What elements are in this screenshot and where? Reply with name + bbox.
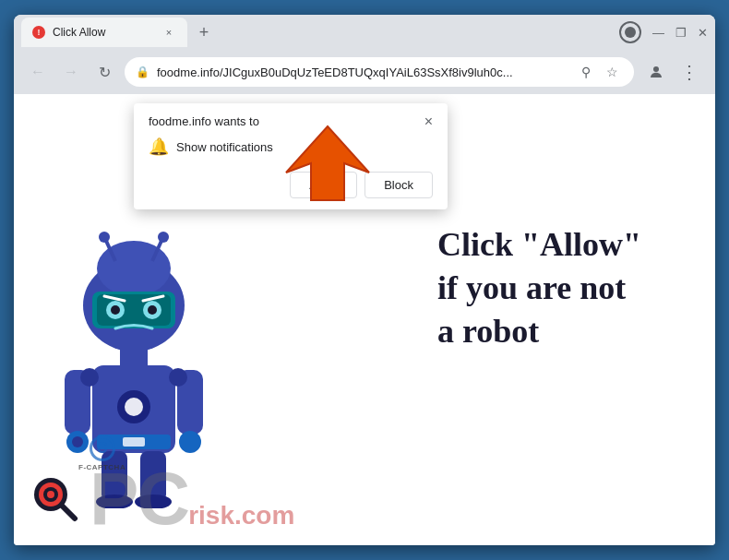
browser-window: ! Click Allow × + — ❐ ✕ ← → ↻ 🔒 foodme.i… [14, 15, 715, 545]
popup-close-button[interactable]: × [424, 114, 433, 129]
close-button[interactable]: ✕ [698, 26, 708, 40]
pcrisk-pc-text: PC [90, 462, 188, 536]
bookmark-icon[interactable]: ☆ [601, 61, 623, 83]
main-text-line2: if you are not [437, 267, 641, 310]
search-icon[interactable]: ⚲ [575, 61, 597, 83]
chrome-profile-icon [619, 21, 641, 43]
forward-button[interactable]: → [58, 59, 84, 85]
pcrisk-watermark: PC risk.com [14, 462, 715, 536]
minimize-button[interactable]: — [652, 26, 664, 40]
svg-point-15 [125, 398, 143, 416]
block-button[interactable]: Block [364, 172, 433, 198]
main-text: Click "Allow" if you are not a robot [437, 223, 641, 352]
menu-icon[interactable]: ⋮ [675, 57, 704, 87]
browser-actions: ⋮ [641, 57, 704, 87]
main-text-line1: Click "Allow" [437, 223, 641, 267]
svg-point-36 [47, 491, 54, 498]
svg-point-21 [179, 431, 201, 453]
svg-rect-17 [123, 437, 145, 447]
popup-permission-text: Show notifications [176, 140, 273, 154]
account-icon[interactable] [641, 57, 671, 87]
browser-tab[interactable]: ! Click Allow × [21, 18, 187, 47]
svg-point-28 [169, 368, 187, 387]
back-button[interactable]: ← [25, 59, 51, 85]
pcrisk-icon [32, 476, 78, 522]
pcrisk-text-group: PC risk.com [90, 462, 294, 536]
window-controls: — ❐ ✕ [652, 26, 708, 40]
popup-site-name: foodme.info wants to [149, 114, 259, 128]
svg-point-27 [80, 368, 99, 387]
tab-title: Click Allow [53, 26, 154, 39]
tab-favicon: ! [32, 26, 45, 39]
title-bar: ! Click Allow × + — ❐ ✕ [14, 15, 715, 50]
url-actions: ⚲ ☆ [575, 61, 623, 83]
svg-point-0 [653, 66, 659, 72]
lock-icon: 🔒 [136, 66, 149, 78]
maximize-button[interactable]: ❐ [675, 26, 687, 40]
tab-close-button[interactable]: × [161, 25, 176, 40]
svg-point-9 [148, 305, 157, 315]
svg-point-30 [99, 232, 110, 243]
url-bar[interactable]: 🔒 foodme.info/JICguxB0uDqUzTeED8TUQxqIYA… [125, 57, 634, 87]
refresh-button[interactable]: ↻ [91, 59, 117, 85]
pcrisk-com-text: risk.com [188, 501, 294, 530]
svg-marker-1 [286, 126, 369, 200]
main-text-line3: a robot [437, 310, 641, 353]
url-text: foodme.info/JICguxB0uDqUzTeED8TUQxqIYAiL… [157, 66, 568, 79]
svg-point-32 [158, 232, 169, 243]
svg-line-37 [63, 506, 75, 518]
new-tab-button[interactable]: + [191, 19, 217, 45]
page-content: foodme.info wants to × 🔔 Show notificati… [14, 94, 715, 545]
bell-icon: 🔔 [149, 137, 169, 157]
address-bar: ← → ↻ 🔒 foodme.info/JICguxB0uDqUzTeED8TU… [14, 50, 715, 94]
arrow-overlay [281, 122, 374, 209]
svg-point-8 [111, 305, 120, 315]
